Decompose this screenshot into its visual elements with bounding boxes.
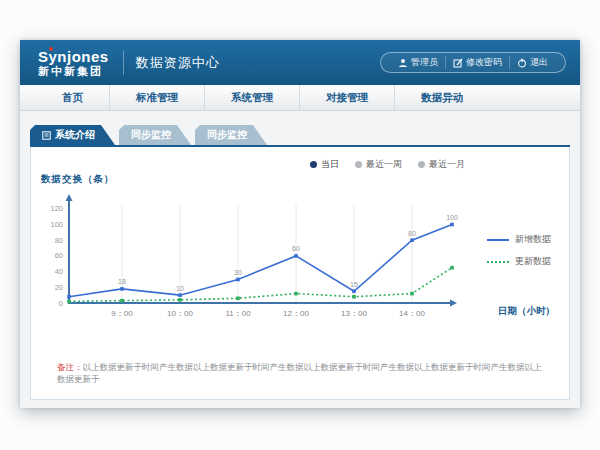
radio-label: 最近一周	[366, 158, 402, 171]
svg-text:9：00: 9：00	[111, 309, 133, 318]
svg-text:60: 60	[55, 251, 63, 260]
svg-text:20: 20	[55, 283, 63, 292]
svg-text:0: 0	[59, 299, 63, 308]
legend-label: 更新数据	[515, 255, 551, 268]
footnote: 备注：以上数据更新于时间产生数据以上数据更新于时间产生数据以上数据更新于时间产生…	[57, 362, 549, 386]
line-chart: 0204060801001209：0010：0011：0012：0013：001…	[37, 191, 477, 331]
svg-text:10：00: 10：00	[167, 309, 193, 318]
chart-panel: 当日 最近一周 最近一月 数据交换（条） 0204060801001209：00…	[30, 147, 570, 400]
admin-label: 管理员	[411, 56, 438, 69]
footnote-prefix: 备注：	[57, 362, 83, 372]
svg-text:13：00: 13：00	[341, 309, 367, 318]
radio-label: 当日	[321, 158, 339, 171]
legend-label: 新增数据	[515, 233, 551, 246]
user-controls: 管理员 修改密码 退出	[380, 52, 566, 73]
legend-swatch-green	[487, 261, 509, 263]
radio-today[interactable]: 当日	[310, 158, 339, 171]
radio-dot	[355, 161, 362, 168]
app-window: Synjones 新中新集团 数据资源中心 管理员 修改密码 退出 首页 标准管…	[20, 40, 580, 408]
logo-red-dot	[49, 47, 53, 51]
radio-dot	[310, 161, 317, 168]
change-password-label: 修改密码	[466, 56, 502, 69]
radio-dot	[418, 161, 425, 168]
header-divider	[123, 51, 124, 75]
x-axis-title: 日期（小时）	[498, 305, 555, 318]
y-axis-title: 数据交换（条）	[41, 173, 115, 186]
svg-text:15: 15	[350, 281, 358, 288]
legend-item-updated-data[interactable]: 更新数据	[487, 255, 551, 268]
svg-text:10: 10	[176, 285, 184, 292]
power-icon	[517, 58, 527, 68]
tab-label: 系统介绍	[55, 128, 95, 142]
svg-text:12：00: 12：00	[283, 309, 309, 318]
document-icon	[42, 131, 51, 140]
svg-text:14：00: 14：00	[399, 309, 425, 318]
radio-last-week[interactable]: 最近一周	[355, 158, 402, 171]
logout-button[interactable]: 退出	[509, 56, 555, 69]
legend-swatch-blue	[487, 239, 509, 241]
tab-sync-monitor-2[interactable]: 同步监控	[195, 125, 267, 145]
legend-item-new-data[interactable]: 新增数据	[487, 233, 551, 246]
svg-text:60: 60	[292, 245, 300, 252]
svg-text:11：00: 11：00	[225, 309, 251, 318]
svg-text:120: 120	[50, 204, 63, 213]
logo-text: Synjones	[38, 49, 109, 64]
app-title: 数据资源中心	[136, 54, 220, 72]
tab-sync-monitor-1[interactable]: 同步监控	[119, 125, 191, 145]
edit-icon	[453, 58, 463, 68]
app-header: Synjones 新中新集团 数据资源中心 管理员 修改密码 退出	[20, 40, 580, 85]
tab-label: 同步监控	[131, 128, 171, 142]
chart-canvas: 0204060801001209：0010：0011：0012：0013：001…	[37, 191, 477, 331]
svg-text:18: 18	[118, 278, 126, 285]
svg-text:100: 100	[50, 220, 63, 229]
radio-last-month[interactable]: 最近一月	[418, 158, 465, 171]
admin-user-button[interactable]: 管理员	[391, 56, 445, 69]
logo-subtext: 新中新集团	[38, 66, 109, 77]
svg-text:30: 30	[234, 269, 242, 276]
svg-text:100: 100	[446, 214, 458, 221]
time-range-filter: 当日 最近一周 最近一月	[310, 158, 465, 171]
nav-item-data-change[interactable]: 数据异动	[394, 85, 489, 110]
svg-text:80: 80	[55, 236, 63, 245]
tab-label: 同步监控	[207, 128, 247, 142]
change-password-button[interactable]: 修改密码	[445, 56, 509, 69]
svg-text:40: 40	[55, 267, 63, 276]
nav-item-system-mgmt[interactable]: 系统管理	[204, 85, 299, 110]
company-logo: Synjones 新中新集团	[38, 49, 109, 77]
main-nav: 首页 标准管理 系统管理 对接管理 数据异动	[20, 85, 580, 111]
tab-bar: 系统介绍 同步监控 同步监控	[30, 125, 267, 145]
tab-system-intro[interactable]: 系统介绍	[30, 125, 115, 145]
person-icon	[398, 58, 408, 68]
nav-item-standard-mgmt[interactable]: 标准管理	[109, 85, 204, 110]
svg-text:80: 80	[408, 230, 416, 237]
nav-item-interface-mgmt[interactable]: 对接管理	[299, 85, 394, 110]
nav-item-home[interactable]: 首页	[36, 85, 109, 110]
chart-legend: 新增数据 更新数据	[487, 233, 551, 268]
logout-label: 退出	[530, 56, 548, 69]
radio-label: 最近一月	[429, 158, 465, 171]
footnote-text: 以上数据更新于时间产生数据以上数据更新于时间产生数据以上数据更新于时间产生数据以…	[57, 362, 542, 384]
